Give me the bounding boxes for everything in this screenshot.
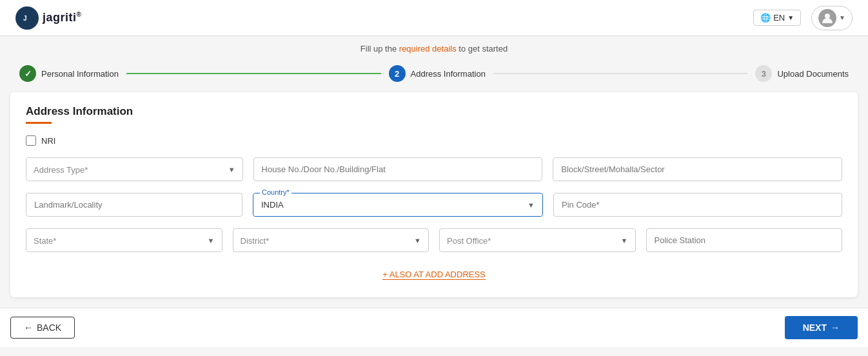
country-select[interactable]: INDIA USA UK [253, 193, 542, 216]
avatar [818, 9, 836, 27]
step-2-label: Address Information [411, 69, 486, 79]
logo-text: jagriti® [43, 11, 81, 25]
step-1-label: Personal Information [41, 69, 119, 79]
subtitle-text-after: to get started [457, 44, 508, 54]
house-no-field [253, 157, 543, 181]
chevron-down-icon-user: ▼ [839, 14, 845, 21]
nri-row: NRI [26, 135, 842, 146]
step-line-2 [493, 73, 748, 74]
address-type-field: Home Office Other Address Type* ▼ [26, 157, 243, 181]
card-title: Address Information [26, 105, 842, 118]
step-personal-information: ✓ Personal Information [19, 65, 119, 82]
stepper: ✓ Personal Information 2 Address Informa… [0, 59, 868, 92]
state-field: Delhi Maharashtra State* ▼ [26, 228, 222, 252]
chevron-down-icon: ▼ [787, 14, 794, 21]
next-arrow-icon: → [831, 322, 840, 333]
globe-icon: 🌐 [760, 13, 771, 23]
subtitle-text-before: Fill up the [360, 44, 399, 54]
svg-point-0 [21, 12, 34, 25]
svg-point-2 [825, 14, 830, 19]
logo-icon: J [15, 6, 39, 30]
step-1-circle: ✓ [19, 65, 36, 82]
step-line-1 [126, 73, 381, 74]
svg-text:J: J [23, 15, 27, 22]
form-row-2: Country* INDIA USA UK ▼ [26, 193, 842, 217]
nri-checkbox[interactable] [26, 135, 36, 146]
step-3-label: Upload Documents [777, 69, 849, 79]
landmark-field [26, 193, 242, 217]
back-arrow-icon: ← [24, 322, 33, 333]
pin-code-field [553, 193, 842, 217]
nri-label[interactable]: NRI [41, 136, 55, 146]
next-button[interactable]: NEXT → [785, 316, 858, 339]
step-address-information: 2 Address Information [389, 65, 486, 82]
next-label: NEXT [803, 322, 827, 333]
form-row-1: Home Office Other Address Type* ▼ [26, 157, 842, 181]
header: J jagriti® 🌐 EN ▼ ▼ [0, 0, 868, 36]
district-field: District* ▼ [233, 228, 429, 252]
subtitle-highlight: required details [399, 44, 457, 54]
police-station-input[interactable] [646, 228, 843, 252]
user-menu[interactable]: ▼ [811, 6, 853, 30]
language-label: EN [773, 13, 785, 23]
step-upload-documents: 3 Upload Documents [755, 65, 849, 82]
police-station-field [646, 228, 843, 252]
block-street-field [553, 157, 842, 181]
house-no-input[interactable] [253, 157, 543, 181]
card-title-underline [26, 122, 52, 124]
state-select[interactable]: Delhi Maharashtra [26, 228, 222, 252]
back-button[interactable]: ← BACK [10, 317, 75, 339]
pin-code-input[interactable] [553, 193, 842, 217]
add-address-link[interactable]: + ALSO AT ADD ADDRESS [382, 270, 486, 280]
landmark-input[interactable] [26, 193, 242, 217]
footer-bar: ← BACK NEXT → [0, 308, 868, 347]
address-type-select[interactable]: Home Office Other [26, 157, 243, 181]
country-label: Country* [260, 188, 291, 196]
address-form-card: Address Information NRI Home Office Othe… [10, 92, 858, 297]
district-select[interactable] [233, 228, 429, 252]
step-3-circle: 3 [755, 65, 772, 82]
form-row-3: Delhi Maharashtra State* ▼ District* ▼ P… [26, 228, 842, 252]
header-right: 🌐 EN ▼ ▼ [753, 6, 853, 30]
back-label: BACK [37, 322, 61, 333]
subtitle-bar: Fill up the required details to get star… [0, 36, 868, 59]
country-field: Country* INDIA USA UK ▼ [253, 193, 543, 217]
language-selector[interactable]: 🌐 EN ▼ [753, 10, 801, 26]
logo: J jagriti® [15, 6, 81, 30]
post-office-select[interactable] [439, 228, 636, 252]
add-address-row: + ALSO AT ADD ADDRESS [26, 264, 842, 282]
post-office-field: Post Office* ▼ [439, 228, 636, 252]
step-2-circle: 2 [389, 65, 406, 82]
block-street-input[interactable] [553, 157, 842, 181]
